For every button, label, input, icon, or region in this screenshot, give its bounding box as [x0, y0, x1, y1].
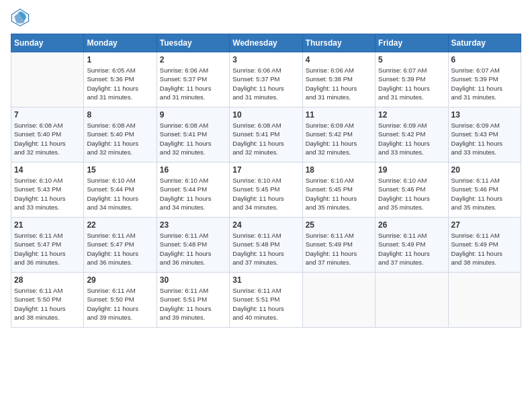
day-info: Sunrise: 6:11 AM Sunset: 5:49 PM Dayligh… [378, 231, 445, 267]
day-number: 16 [160, 165, 226, 175]
day-info: Sunrise: 6:08 AM Sunset: 5:40 PM Dayligh… [87, 121, 153, 156]
weekday-header: Wednesday [230, 34, 302, 52]
page: SundayMondayTuesdayWednesdayThursdayFrid… [0, 0, 532, 411]
calendar-week-row: 14Sunrise: 6:10 AM Sunset: 5:43 PM Dayli… [11, 163, 521, 218]
weekday-header: Saturday [448, 34, 521, 52]
calendar-cell: 31Sunrise: 6:11 AM Sunset: 5:51 PM Dayli… [230, 273, 302, 328]
calendar-cell: 11Sunrise: 6:09 AM Sunset: 5:42 PM Dayli… [302, 107, 375, 163]
calendar-cell [375, 273, 448, 328]
day-number: 20 [451, 165, 518, 175]
calendar-week-row: 1Sunrise: 6:05 AM Sunset: 5:36 PM Daylig… [11, 52, 521, 107]
day-number: 15 [87, 165, 153, 175]
day-number: 12 [378, 110, 445, 120]
weekday-header: Sunday [11, 34, 84, 52]
day-number: 10 [232, 110, 299, 120]
day-number: 6 [451, 55, 518, 64]
calendar-cell: 1Sunrise: 6:05 AM Sunset: 5:36 PM Daylig… [84, 52, 157, 107]
header [11, 8, 521, 27]
day-info: Sunrise: 6:10 AM Sunset: 5:45 PM Dayligh… [306, 176, 372, 212]
day-number: 23 [160, 220, 226, 230]
day-info: Sunrise: 6:11 AM Sunset: 5:49 PM Dayligh… [451, 231, 518, 267]
day-info: Sunrise: 6:11 AM Sunset: 5:50 PM Dayligh… [14, 286, 81, 322]
day-info: Sunrise: 6:09 AM Sunset: 5:43 PM Dayligh… [451, 121, 518, 156]
day-info: Sunrise: 6:06 AM Sunset: 5:37 PM Dayligh… [160, 66, 226, 101]
calendar-cell: 21Sunrise: 6:11 AM Sunset: 5:47 PM Dayli… [11, 218, 84, 273]
day-number: 13 [451, 110, 518, 120]
day-number: 1 [87, 55, 153, 64]
day-info: Sunrise: 6:07 AM Sunset: 5:39 PM Dayligh… [378, 66, 445, 101]
calendar-cell: 19Sunrise: 6:10 AM Sunset: 5:46 PM Dayli… [375, 163, 448, 218]
calendar-cell: 25Sunrise: 6:11 AM Sunset: 5:49 PM Dayli… [302, 218, 375, 273]
day-info: Sunrise: 6:11 AM Sunset: 5:48 PM Dayligh… [232, 231, 299, 267]
calendar-cell: 4Sunrise: 6:06 AM Sunset: 5:38 PM Daylig… [302, 52, 375, 107]
calendar-cell: 10Sunrise: 6:08 AM Sunset: 5:41 PM Dayli… [230, 107, 302, 163]
day-info: Sunrise: 6:11 AM Sunset: 5:47 PM Dayligh… [14, 231, 81, 267]
day-number: 17 [232, 165, 299, 175]
day-info: Sunrise: 6:10 AM Sunset: 5:46 PM Dayligh… [378, 176, 445, 212]
day-info: Sunrise: 6:11 AM Sunset: 5:51 PM Dayligh… [160, 286, 226, 322]
calendar-cell: 9Sunrise: 6:08 AM Sunset: 5:41 PM Daylig… [157, 107, 229, 163]
calendar-cell: 5Sunrise: 6:07 AM Sunset: 5:39 PM Daylig… [375, 52, 448, 107]
day-number: 19 [378, 165, 445, 175]
day-number: 18 [306, 165, 372, 175]
calendar-cell: 12Sunrise: 6:09 AM Sunset: 5:42 PM Dayli… [375, 107, 448, 163]
calendar-cell: 24Sunrise: 6:11 AM Sunset: 5:48 PM Dayli… [230, 218, 302, 273]
day-info: Sunrise: 6:08 AM Sunset: 5:41 PM Dayligh… [232, 121, 299, 156]
day-number: 7 [14, 110, 81, 120]
logo-icon [11, 8, 30, 27]
calendar-week-row: 21Sunrise: 6:11 AM Sunset: 5:47 PM Dayli… [11, 218, 521, 273]
calendar-week-row: 28Sunrise: 6:11 AM Sunset: 5:50 PM Dayli… [11, 273, 521, 328]
day-number: 3 [232, 55, 299, 64]
day-info: Sunrise: 6:08 AM Sunset: 5:41 PM Dayligh… [160, 121, 226, 156]
weekday-header-row: SundayMondayTuesdayWednesdayThursdayFrid… [11, 34, 521, 52]
calendar-cell: 17Sunrise: 6:10 AM Sunset: 5:45 PM Dayli… [230, 163, 302, 218]
day-info: Sunrise: 6:10 AM Sunset: 5:45 PM Dayligh… [232, 176, 299, 212]
day-info: Sunrise: 6:05 AM Sunset: 5:36 PM Dayligh… [87, 66, 153, 101]
day-number: 27 [451, 220, 518, 230]
calendar-cell [11, 52, 84, 107]
day-number: 5 [378, 55, 445, 64]
day-number: 9 [160, 110, 226, 120]
day-number: 8 [87, 110, 153, 120]
day-number: 2 [160, 55, 226, 64]
calendar-cell: 15Sunrise: 6:10 AM Sunset: 5:44 PM Dayli… [84, 163, 157, 218]
day-info: Sunrise: 6:11 AM Sunset: 5:46 PM Dayligh… [451, 176, 518, 212]
calendar-cell: 23Sunrise: 6:11 AM Sunset: 5:48 PM Dayli… [157, 218, 229, 273]
calendar-cell: 16Sunrise: 6:10 AM Sunset: 5:44 PM Dayli… [157, 163, 229, 218]
day-info: Sunrise: 6:11 AM Sunset: 5:51 PM Dayligh… [232, 286, 299, 322]
calendar-cell: 30Sunrise: 6:11 AM Sunset: 5:51 PM Dayli… [157, 273, 229, 328]
day-info: Sunrise: 6:11 AM Sunset: 5:48 PM Dayligh… [160, 231, 226, 267]
calendar-cell: 13Sunrise: 6:09 AM Sunset: 5:43 PM Dayli… [448, 107, 521, 163]
day-info: Sunrise: 6:10 AM Sunset: 5:44 PM Dayligh… [87, 176, 153, 212]
day-info: Sunrise: 6:08 AM Sunset: 5:40 PM Dayligh… [14, 121, 81, 156]
calendar-cell: 29Sunrise: 6:11 AM Sunset: 5:50 PM Dayli… [84, 273, 157, 328]
day-number: 11 [306, 110, 372, 120]
day-number: 22 [87, 220, 153, 230]
calendar-cell [302, 273, 375, 328]
calendar-cell: 14Sunrise: 6:10 AM Sunset: 5:43 PM Dayli… [11, 163, 84, 218]
day-info: Sunrise: 6:10 AM Sunset: 5:44 PM Dayligh… [160, 176, 226, 212]
calendar-cell: 22Sunrise: 6:11 AM Sunset: 5:47 PM Dayli… [84, 218, 157, 273]
calendar-cell [448, 273, 521, 328]
day-info: Sunrise: 6:06 AM Sunset: 5:38 PM Dayligh… [306, 66, 372, 101]
day-number: 25 [306, 220, 372, 230]
day-info: Sunrise: 6:07 AM Sunset: 5:39 PM Dayligh… [451, 66, 518, 101]
calendar-cell: 7Sunrise: 6:08 AM Sunset: 5:40 PM Daylig… [11, 107, 84, 163]
day-info: Sunrise: 6:11 AM Sunset: 5:49 PM Dayligh… [306, 231, 372, 267]
day-number: 29 [87, 275, 153, 285]
calendar-cell: 6Sunrise: 6:07 AM Sunset: 5:39 PM Daylig… [448, 52, 521, 107]
day-number: 4 [306, 55, 372, 64]
day-info: Sunrise: 6:09 AM Sunset: 5:42 PM Dayligh… [378, 121, 445, 156]
day-number: 24 [232, 220, 299, 230]
logo [11, 8, 32, 27]
calendar-cell: 27Sunrise: 6:11 AM Sunset: 5:49 PM Dayli… [448, 218, 521, 273]
day-number: 14 [14, 165, 81, 175]
calendar-cell: 8Sunrise: 6:08 AM Sunset: 5:40 PM Daylig… [84, 107, 157, 163]
calendar-cell: 18Sunrise: 6:10 AM Sunset: 5:45 PM Dayli… [302, 163, 375, 218]
day-info: Sunrise: 6:06 AM Sunset: 5:37 PM Dayligh… [232, 66, 299, 101]
calendar-cell: 26Sunrise: 6:11 AM Sunset: 5:49 PM Dayli… [375, 218, 448, 273]
calendar-cell: 3Sunrise: 6:06 AM Sunset: 5:37 PM Daylig… [230, 52, 302, 107]
day-number: 30 [160, 275, 226, 285]
day-number: 21 [14, 220, 81, 230]
weekday-header: Tuesday [157, 34, 229, 52]
